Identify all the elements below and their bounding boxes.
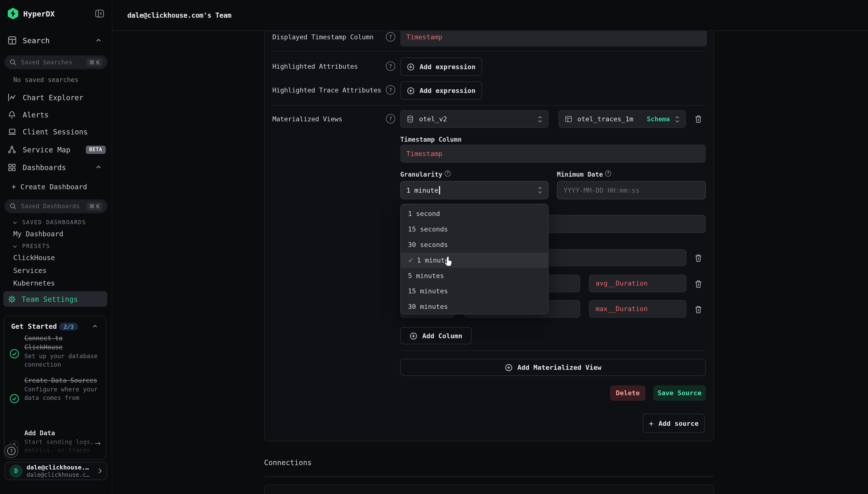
divider <box>264 476 714 477</box>
delete-button[interactable]: Delete <box>610 385 645 401</box>
help-icon[interactable]: ? <box>386 114 395 124</box>
dropdown-option[interactable]: 15 seconds <box>401 222 548 237</box>
sidebar-collapse-button[interactable] <box>95 10 104 18</box>
avatar: D <box>9 464 23 477</box>
presets-group[interactable]: PRESETS <box>12 243 50 249</box>
dropdown-option[interactable]: 30 seconds <box>401 237 548 252</box>
get-started-item[interactable]: Add Data Start sending logs, metrics, or… <box>24 429 96 454</box>
check-icon: ✓ <box>408 256 413 264</box>
highlighted-attributes-label: Highlighted Attributes <box>272 63 358 70</box>
beta-badge: BETA <box>86 145 105 154</box>
chevron-down-icon <box>12 243 18 249</box>
chevron-up-icon[interactable] <box>95 164 102 170</box>
input-value: max__Duration <box>596 305 648 313</box>
delete-column-icon[interactable] <box>693 279 703 289</box>
column-alias-input[interactable]: max__Duration <box>589 300 687 318</box>
chart-explorer-icon <box>8 93 17 102</box>
group-label: PRESETS <box>22 243 50 249</box>
schema-badge[interactable]: Schema <box>647 115 670 123</box>
get-started-item[interactable]: Connect to ClickHouse Set up your databa… <box>24 334 101 369</box>
group-label: SAVED DASHBOARDS <box>22 219 86 225</box>
plus-circle-icon <box>407 63 414 71</box>
saved-dashboards-input[interactable]: Saved Dashboards ⌘ K <box>4 199 107 213</box>
granularity-combobox[interactable]: 1 minute <box>400 181 549 199</box>
timestamp-column-input[interactable]: Timestamp <box>400 145 706 163</box>
sidebar-item-kubernetes[interactable]: Kubernetes <box>13 279 55 287</box>
help-button[interactable]: ? <box>4 444 18 458</box>
delete-column-icon[interactable] <box>693 253 703 263</box>
sidebar-item-alerts[interactable]: Alerts <box>0 107 112 122</box>
saved-dashboards-group[interactable]: SAVED DASHBOARDS <box>12 219 86 225</box>
step-description: Start sending logs, metrics, or traces <box>24 438 96 454</box>
column-alias-input[interactable]: avg__Duration <box>589 275 687 292</box>
page-title: dale@clickhouse.com's Team <box>127 11 231 19</box>
table-select[interactable]: otel_traces_1m Schema <box>558 110 686 128</box>
step-description: Set up your database connection <box>24 353 101 369</box>
save-source-button[interactable]: Save Source <box>653 385 706 401</box>
dropdown-option[interactable]: 15 minutes <box>401 283 548 299</box>
text-cursor <box>439 186 440 194</box>
sidebar-item-search[interactable]: Search <box>0 33 112 48</box>
saved-searches-input[interactable]: Saved Searches ⌘ K <box>4 55 107 69</box>
input-value: Timestamp <box>406 33 442 41</box>
create-dashboard-button[interactable]: + Create Dashboard <box>0 179 112 194</box>
dropdown-option[interactable]: 1 second <box>401 206 548 222</box>
dropdown-option[interactable]: 5 minutes <box>401 268 548 283</box>
button-label: Save Source <box>657 389 701 397</box>
chevron-updown-icon <box>538 114 543 124</box>
sidebar-item-team-settings[interactable]: Team Settings <box>3 291 108 307</box>
sidebar-item-services[interactable]: Services <box>13 266 46 275</box>
sidebar-item-clickhouse[interactable]: ClickHouse <box>13 253 55 262</box>
minimum-date-input[interactable]: YYYY-MM-DD HH:mm:ss <box>557 181 706 199</box>
button-label: Add expression <box>420 87 476 94</box>
button-label: Add Materialized View <box>518 363 601 371</box>
chevron-updown-icon <box>675 114 680 124</box>
get-started-progress-badge: 2/3 <box>59 323 78 330</box>
get-started-item[interactable]: Create Data Sources Configure where your… <box>24 376 101 402</box>
sidebar-item-label: Chart Explorer <box>23 93 83 101</box>
delete-materialized-view-icon[interactable] <box>693 114 703 124</box>
sidebar-item-label: Client Sessions <box>23 128 88 136</box>
help-icon[interactable]: ? <box>605 171 611 177</box>
step-title: Add Data <box>24 429 96 437</box>
team-settings-label: Team Settings <box>22 295 78 303</box>
minimum-date-label: Minimum Date? <box>557 171 611 178</box>
dropdown-option[interactable]: 30 minutes <box>401 299 548 315</box>
user-name: dale@clickhouse.… <box>27 464 94 471</box>
sidebar-item-service-map[interactable]: Service Map BETA <box>0 142 112 157</box>
help-icon[interactable]: ? <box>386 85 395 95</box>
add-source-button[interactable]: + Add source <box>643 414 705 433</box>
button-label: Add expression <box>420 63 476 71</box>
sidebar-item-client-sessions[interactable]: Client Sessions <box>0 124 112 139</box>
help-icon[interactable]: ? <box>386 32 395 41</box>
check-circle-icon <box>9 349 19 359</box>
button-label: Delete <box>616 389 640 397</box>
check-circle-icon <box>9 394 19 403</box>
add-materialized-view-button[interactable]: Add Materialized View <box>400 359 706 376</box>
chevron-up-icon[interactable] <box>92 323 98 329</box>
dropdown-option-selected[interactable]: ✓ 1 minute <box>401 252 548 268</box>
plus-circle-icon <box>407 87 414 94</box>
connections-panel <box>264 484 714 494</box>
user-menu[interactable]: D dale@clickhouse.… dale@clickhouse.c… <box>4 462 107 480</box>
chevron-down-icon <box>12 220 18 225</box>
sidebar-item-my-dashboard[interactable]: My Dashboard <box>13 230 63 238</box>
add-expression-button[interactable]: Add expression <box>400 57 482 76</box>
granularity-value: 1 minute <box>406 186 533 194</box>
add-column-button[interactable]: Add Column <box>400 327 471 344</box>
chevron-up-icon[interactable] <box>95 37 102 44</box>
sidebar-item-dashboards[interactable]: Dashboards <box>0 159 112 175</box>
sidebar-item-label: Dashboards <box>23 163 66 171</box>
divider <box>272 105 706 106</box>
help-icon[interactable]: ? <box>445 171 451 177</box>
sidebar-item-chart-explorer[interactable]: Chart Explorer <box>0 90 112 105</box>
plus-icon: + <box>12 183 16 191</box>
database-select[interactable]: otel_v2 <box>400 110 549 128</box>
help-icon[interactable]: ? <box>386 61 395 71</box>
connections-title: Connections <box>264 458 311 467</box>
sidebar-item-label: Alerts <box>23 110 49 119</box>
bell-icon <box>8 110 17 119</box>
delete-column-icon[interactable] <box>693 304 703 315</box>
get-started-card: Get Started 2/3 Connect to ClickHouse Se… <box>4 316 106 459</box>
add-expression-button[interactable]: Add expression <box>400 81 482 99</box>
